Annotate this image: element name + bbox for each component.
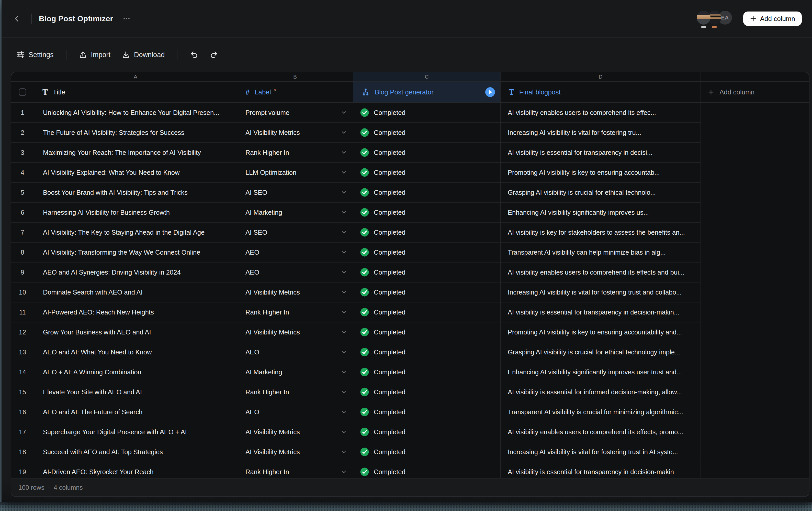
generator-status-cell[interactable]: Completed [353, 143, 501, 163]
generator-status-cell[interactable]: Completed [353, 422, 501, 442]
redo-button[interactable] [208, 47, 221, 62]
row-number[interactable]: 15 [11, 382, 34, 402]
label-select-cell[interactable]: Rank Higher In [237, 143, 353, 163]
title-cell[interactable]: Succeed with AEO and AI: Top Strategies [34, 442, 237, 462]
generator-status-cell[interactable]: Completed [353, 103, 501, 123]
blogpost-cell[interactable]: AI visibility is key for stakeholders to… [501, 223, 701, 243]
generator-status-cell[interactable]: Completed [353, 203, 501, 223]
title-cell[interactable]: AI Visibility: The Key to Staying Ahead … [34, 223, 237, 243]
title-cell[interactable]: Unlocking AI Visibility: How to Enhance … [34, 103, 237, 123]
add-column-button[interactable]: Add column [743, 11, 802, 26]
row-number[interactable]: 14 [11, 362, 34, 382]
title-cell[interactable]: Grow Your Business with AEO and AI [34, 322, 237, 342]
blogpost-cell[interactable]: Increasing AI visibility is vital for fo… [501, 123, 701, 143]
title-cell[interactable]: Dominate Search with AEO and AI [34, 283, 237, 302]
row-number[interactable]: 1 [11, 103, 34, 123]
generator-status-cell[interactable]: Completed [353, 243, 501, 263]
blogpost-cell[interactable]: Promoting AI visibility is key to ensuri… [501, 163, 701, 183]
column-letter-a[interactable]: A [34, 72, 237, 82]
row-number[interactable]: 6 [11, 203, 34, 223]
blogpost-cell[interactable]: Increasing AI visibility is vital for fo… [501, 283, 701, 302]
label-select-cell[interactable]: Rank Higher In [237, 382, 353, 402]
label-select-cell[interactable]: AI Visibility Metrics [237, 283, 353, 302]
row-number[interactable]: 7 [11, 223, 34, 243]
generator-status-cell[interactable]: Completed [353, 163, 501, 183]
blogpost-cell[interactable]: AI visibility is essential for transpare… [501, 462, 701, 478]
generator-status-cell[interactable]: Completed [353, 442, 501, 462]
column-header-title[interactable]: T Title [34, 82, 237, 103]
add-column-header[interactable]: Add column [701, 82, 809, 103]
settings-button[interactable]: Settings [14, 48, 56, 62]
blogpost-cell[interactable]: AI visibility enables users to comprehen… [501, 422, 701, 442]
blogpost-cell[interactable]: AI visibility enables users to comprehen… [501, 263, 701, 283]
blogpost-cell[interactable]: Enhancing AI visibility significantly im… [501, 203, 701, 223]
more-menu-button[interactable] [119, 11, 134, 26]
blogpost-cell[interactable]: Promoting AI visibility is key to ensuri… [501, 322, 701, 342]
undo-button[interactable] [188, 47, 200, 62]
column-letter-b[interactable]: B [237, 72, 353, 82]
title-cell[interactable]: The Future of AI Visibility: Strategies … [34, 123, 237, 143]
title-cell[interactable]: Boost Your Brand with AI Visibility: Tip… [34, 183, 237, 203]
generator-status-cell[interactable]: Completed [353, 362, 501, 382]
title-cell[interactable]: AI Visibility Explained: What You Need t… [34, 163, 237, 183]
generator-status-cell[interactable]: Completed [353, 382, 501, 402]
blogpost-cell[interactable]: Increasing AI visibility is vital for fo… [501, 442, 701, 462]
generator-status-cell[interactable]: Completed [353, 123, 501, 143]
row-number[interactable]: 19 [11, 462, 34, 478]
blogpost-cell[interactable]: Grasping AI visibility is crucial for et… [501, 183, 701, 203]
row-number[interactable]: 10 [11, 283, 34, 302]
blogpost-cell[interactable]: AI visibility is essential for transpare… [501, 143, 701, 163]
generator-status-cell[interactable]: Completed [353, 283, 501, 302]
select-all-cell[interactable] [11, 82, 34, 103]
generator-status-cell[interactable]: Completed [353, 462, 501, 478]
title-cell[interactable]: Harnessing AI Visibility for Business Gr… [34, 203, 237, 223]
blogpost-cell[interactable]: AI visibility enables users to comprehen… [501, 103, 701, 123]
blogpost-cell[interactable]: Transparent AI visibility can help minim… [501, 243, 701, 263]
blogpost-cell[interactable]: Enhancing AI visibility significantly im… [501, 362, 701, 382]
label-select-cell[interactable]: AI Visibility Metrics [237, 422, 353, 442]
row-number[interactable]: 8 [11, 243, 34, 263]
label-select-cell[interactable]: AI Marketing [237, 362, 353, 382]
generator-status-cell[interactable]: Completed [353, 183, 501, 203]
column-header-blog-post-generator[interactable]: Blog Post generator [353, 82, 501, 103]
title-cell[interactable]: AEO and AI: What You Need to Know [34, 342, 237, 362]
column-letter-c[interactable]: C [353, 72, 501, 82]
generator-status-cell[interactable]: Completed [353, 263, 501, 283]
row-number[interactable]: 9 [11, 263, 34, 283]
title-cell[interactable]: AI Visibility: Transforming the Way We C… [34, 243, 237, 263]
row-number[interactable]: 13 [11, 342, 34, 362]
title-cell[interactable]: AEO and AI: The Future of Search [34, 402, 237, 422]
title-cell[interactable]: Elevate Your Site with AEO and AI [34, 382, 237, 402]
column-header-label[interactable]: # Label * [237, 82, 353, 103]
blogpost-cell[interactable]: Transparent AI visibility is crucial for… [501, 402, 701, 422]
title-cell[interactable]: AEO + AI: A Winning Combination [34, 362, 237, 382]
row-number[interactable]: 11 [11, 302, 34, 322]
row-number[interactable]: 16 [11, 402, 34, 422]
label-select-cell[interactable]: AI SEO [237, 183, 353, 203]
label-select-cell[interactable]: AI SEO [237, 223, 353, 243]
label-select-cell[interactable]: Rank Higher In [237, 462, 353, 478]
label-select-cell[interactable]: Rank Higher In [237, 302, 353, 322]
blogpost-cell[interactable]: Grasping AI visibility is crucial for et… [501, 342, 701, 362]
row-number[interactable]: 3 [11, 143, 34, 163]
import-button[interactable]: Import [77, 48, 113, 62]
label-select-cell[interactable]: AEO [237, 243, 353, 263]
label-select-cell[interactable]: AEO [237, 402, 353, 422]
generator-status-cell[interactable]: Completed [353, 302, 501, 322]
generator-status-cell[interactable]: Completed [353, 342, 501, 362]
row-number[interactable]: 5 [11, 183, 34, 203]
row-number[interactable]: 2 [11, 123, 34, 143]
label-select-cell[interactable]: LLM Optimization [237, 163, 353, 183]
generator-status-cell[interactable]: Completed [353, 322, 501, 342]
row-number[interactable]: 4 [11, 163, 34, 183]
blogpost-cell[interactable]: AI visibility is essential for informed … [501, 382, 701, 402]
blogpost-cell[interactable]: AI visibility is essential for transpare… [501, 302, 701, 322]
label-select-cell[interactable]: AI Marketing [237, 203, 353, 223]
title-cell[interactable]: AI-Driven AEO: Skyrocket Your Reach [34, 462, 237, 478]
label-select-cell[interactable]: AEO [237, 342, 353, 362]
label-select-cell[interactable]: AI Visibility Metrics [237, 322, 353, 342]
row-number[interactable]: 18 [11, 442, 34, 462]
row-number[interactable]: 12 [11, 322, 34, 342]
select-all-checkbox[interactable] [19, 88, 26, 96]
label-select-cell[interactable]: AI Visibility Metrics [237, 123, 353, 143]
